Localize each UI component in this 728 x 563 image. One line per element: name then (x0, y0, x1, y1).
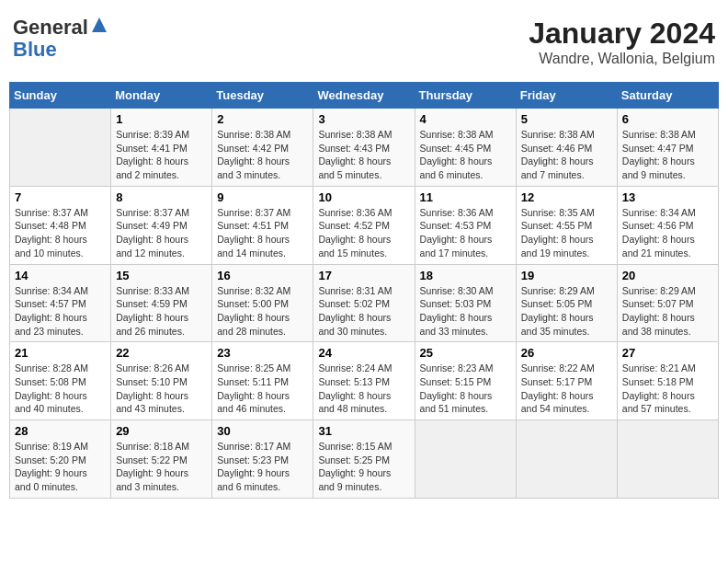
header-day-saturday: Saturday (617, 83, 718, 109)
day-number: 29 (116, 424, 207, 438)
calendar-cell: 2Sunrise: 8:38 AM Sunset: 4:42 PM Daylig… (212, 109, 313, 187)
month-year-title: January 2024 (529, 17, 715, 51)
day-info: Sunrise: 8:23 AM Sunset: 5:15 PM Dayligh… (420, 362, 511, 416)
title-block: January 2024 Wandre, Wallonia, Belgium (529, 17, 715, 67)
day-number: 19 (521, 269, 612, 282)
day-number: 17 (318, 269, 409, 282)
calendar-cell: 3Sunrise: 8:38 AM Sunset: 4:43 PM Daylig… (313, 109, 415, 187)
calendar-cell (10, 109, 111, 187)
day-number: 13 (622, 190, 713, 204)
calendar-cell (516, 420, 617, 499)
logo-blue-text: Blue (13, 38, 57, 61)
calendar-cell: 1Sunrise: 8:39 AM Sunset: 4:41 PM Daylig… (111, 109, 212, 187)
calendar-cell: 27Sunrise: 8:21 AM Sunset: 5:18 PM Dayli… (617, 342, 718, 420)
day-info: Sunrise: 8:39 AM Sunset: 4:41 PM Dayligh… (116, 128, 207, 182)
calendar-cell: 28Sunrise: 8:19 AM Sunset: 5:20 PM Dayli… (10, 420, 111, 499)
day-info: Sunrise: 8:24 AM Sunset: 5:13 PM Dayligh… (318, 362, 409, 416)
day-number: 20 (622, 269, 713, 282)
day-info: Sunrise: 8:34 AM Sunset: 4:56 PM Dayligh… (622, 206, 713, 260)
day-info: Sunrise: 8:17 AM Sunset: 5:23 PM Dayligh… (217, 440, 308, 494)
calendar-cell: 18Sunrise: 8:30 AM Sunset: 5:03 PM Dayli… (415, 264, 516, 342)
day-number: 15 (116, 269, 207, 282)
day-info: Sunrise: 8:33 AM Sunset: 4:59 PM Dayligh… (116, 284, 207, 339)
day-number: 18 (420, 269, 511, 282)
calendar-cell: 9Sunrise: 8:37 AM Sunset: 4:51 PM Daylig… (212, 186, 313, 264)
calendar-cell: 15Sunrise: 8:33 AM Sunset: 4:59 PM Dayli… (111, 264, 212, 342)
day-info: Sunrise: 8:38 AM Sunset: 4:45 PM Dayligh… (420, 128, 511, 182)
day-number: 31 (318, 424, 409, 438)
day-info: Sunrise: 8:38 AM Sunset: 4:42 PM Dayligh… (217, 128, 308, 182)
day-info: Sunrise: 8:37 AM Sunset: 4:48 PM Dayligh… (15, 206, 106, 260)
calendar-table: SundayMondayTuesdayWednesdayThursdayFrid… (9, 82, 719, 499)
day-number: 23 (217, 346, 308, 360)
calendar-cell: 26Sunrise: 8:22 AM Sunset: 5:17 PM Dayli… (516, 342, 617, 420)
day-info: Sunrise: 8:32 AM Sunset: 5:00 PM Dayligh… (217, 284, 308, 339)
day-number: 21 (15, 346, 106, 360)
day-info: Sunrise: 8:25 AM Sunset: 5:11 PM Dayligh… (217, 362, 308, 416)
day-info: Sunrise: 8:26 AM Sunset: 5:10 PM Dayligh… (116, 362, 207, 416)
day-info: Sunrise: 8:29 AM Sunset: 5:05 PM Dayligh… (521, 284, 612, 339)
header-day-wednesday: Wednesday (313, 83, 415, 109)
calendar-cell: 24Sunrise: 8:24 AM Sunset: 5:13 PM Dayli… (313, 342, 415, 420)
day-info: Sunrise: 8:21 AM Sunset: 5:18 PM Dayligh… (622, 362, 713, 416)
header-day-friday: Friday (516, 83, 617, 109)
day-number: 2 (217, 112, 308, 126)
day-number: 11 (420, 190, 511, 204)
day-number: 5 (521, 112, 612, 126)
day-info: Sunrise: 8:38 AM Sunset: 4:46 PM Dayligh… (521, 128, 612, 182)
day-number: 4 (420, 112, 511, 126)
calendar-cell: 12Sunrise: 8:35 AM Sunset: 4:55 PM Dayli… (516, 186, 617, 264)
calendar-cell: 14Sunrise: 8:34 AM Sunset: 4:57 PM Dayli… (10, 264, 111, 342)
day-info: Sunrise: 8:31 AM Sunset: 5:02 PM Dayligh… (318, 284, 409, 339)
location-subtitle: Wandre, Wallonia, Belgium (529, 51, 715, 67)
day-number: 9 (217, 190, 308, 204)
calendar-cell: 5Sunrise: 8:38 AM Sunset: 4:46 PM Daylig… (516, 109, 617, 187)
week-row-3: 14Sunrise: 8:34 AM Sunset: 4:57 PM Dayli… (10, 264, 719, 342)
day-number: 27 (622, 346, 713, 360)
day-number: 24 (318, 346, 409, 360)
day-info: Sunrise: 8:15 AM Sunset: 5:25 PM Dayligh… (318, 440, 409, 494)
day-info: Sunrise: 8:36 AM Sunset: 4:53 PM Dayligh… (420, 206, 511, 260)
logo-icon (90, 16, 108, 34)
day-info: Sunrise: 8:29 AM Sunset: 5:07 PM Dayligh… (622, 284, 713, 339)
logo-general-text: General (13, 16, 88, 39)
calendar-cell: 25Sunrise: 8:23 AM Sunset: 5:15 PM Dayli… (415, 342, 516, 420)
day-info: Sunrise: 8:36 AM Sunset: 4:52 PM Dayligh… (318, 206, 409, 260)
week-row-1: 1Sunrise: 8:39 AM Sunset: 4:41 PM Daylig… (10, 109, 719, 187)
calendar-cell: 8Sunrise: 8:37 AM Sunset: 4:49 PM Daylig… (111, 186, 212, 264)
day-info: Sunrise: 8:35 AM Sunset: 4:55 PM Dayligh… (521, 206, 612, 260)
week-row-5: 28Sunrise: 8:19 AM Sunset: 5:20 PM Dayli… (10, 420, 719, 499)
week-row-4: 21Sunrise: 8:28 AM Sunset: 5:08 PM Dayli… (10, 342, 719, 420)
day-number: 1 (116, 112, 207, 126)
calendar-cell: 21Sunrise: 8:28 AM Sunset: 5:08 PM Dayli… (10, 342, 111, 420)
calendar-cell: 29Sunrise: 8:18 AM Sunset: 5:22 PM Dayli… (111, 420, 212, 499)
day-number: 14 (15, 269, 106, 282)
day-info: Sunrise: 8:18 AM Sunset: 5:22 PM Dayligh… (116, 440, 207, 494)
day-info: Sunrise: 8:38 AM Sunset: 4:43 PM Dayligh… (318, 128, 409, 182)
calendar-body: 1Sunrise: 8:39 AM Sunset: 4:41 PM Daylig… (10, 109, 719, 499)
logo: General Blue (13, 17, 108, 61)
day-number: 28 (15, 424, 106, 438)
day-number: 10 (318, 190, 409, 204)
day-number: 3 (318, 112, 409, 126)
day-number: 25 (420, 346, 511, 360)
calendar-cell: 10Sunrise: 8:36 AM Sunset: 4:52 PM Dayli… (313, 186, 415, 264)
page-header: General Blue January 2024 Wandre, Wallon… (9, 9, 719, 75)
calendar-header: SundayMondayTuesdayWednesdayThursdayFrid… (10, 83, 719, 109)
day-number: 7 (15, 190, 106, 204)
week-row-2: 7Sunrise: 8:37 AM Sunset: 4:48 PM Daylig… (10, 186, 719, 264)
calendar-cell: 31Sunrise: 8:15 AM Sunset: 5:25 PM Dayli… (313, 420, 415, 499)
day-number: 22 (116, 346, 207, 360)
svg-marker-0 (92, 17, 107, 32)
calendar-cell: 22Sunrise: 8:26 AM Sunset: 5:10 PM Dayli… (111, 342, 212, 420)
day-number: 16 (217, 269, 308, 282)
day-info: Sunrise: 8:28 AM Sunset: 5:08 PM Dayligh… (15, 362, 106, 416)
calendar-cell: 4Sunrise: 8:38 AM Sunset: 4:45 PM Daylig… (415, 109, 516, 187)
day-number: 8 (116, 190, 207, 204)
calendar-cell: 6Sunrise: 8:38 AM Sunset: 4:47 PM Daylig… (617, 109, 718, 187)
calendar-cell: 20Sunrise: 8:29 AM Sunset: 5:07 PM Dayli… (617, 264, 718, 342)
calendar-cell: 16Sunrise: 8:32 AM Sunset: 5:00 PM Dayli… (212, 264, 313, 342)
header-day-thursday: Thursday (415, 83, 516, 109)
day-number: 26 (521, 346, 612, 360)
calendar-cell: 19Sunrise: 8:29 AM Sunset: 5:05 PM Dayli… (516, 264, 617, 342)
